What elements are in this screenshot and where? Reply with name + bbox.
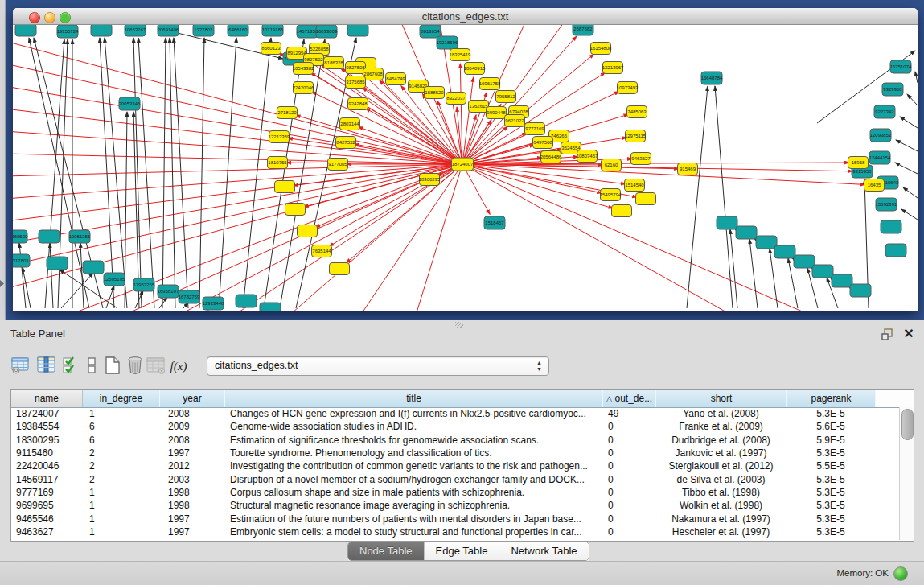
side-splitter[interactable] <box>0 0 6 320</box>
table-options-icon[interactable] <box>10 354 32 378</box>
table-cell[interactable]: 2 <box>83 447 160 459</box>
graph-node[interactable]: 18300295 <box>419 174 441 186</box>
graph-node[interactable]: 2867608 <box>363 68 384 80</box>
table-row[interactable]: 969969511998Structural magnetic resonanc… <box>11 499 899 512</box>
red-edge[interactable] <box>13 164 462 266</box>
vertical-scrollbar[interactable] <box>899 407 914 540</box>
table-cell[interactable]: Embryonic stem cells: a model to study s… <box>225 526 603 538</box>
red-edge[interactable] <box>415 164 462 311</box>
table-cell[interactable]: Stergiakouli et al. (2012) <box>656 460 787 472</box>
table-cell[interactable]: 9115460 <box>11 447 83 459</box>
close-panel-icon[interactable]: ✕ <box>901 327 916 341</box>
graph-node[interactable]: 9621022 <box>505 115 525 127</box>
tab-edge-table[interactable]: Edge Table <box>425 542 500 560</box>
graph-node[interactable]: 18640910 <box>464 63 486 75</box>
graph-node[interactable] <box>347 25 368 36</box>
graph-node[interactable]: 10653267 <box>125 25 146 36</box>
network-canvas[interactable]: 1935572410653267206914061327802646616010… <box>13 25 918 311</box>
black-edge[interactable] <box>907 94 918 105</box>
graph-node[interactable]: 15692391 <box>876 198 897 211</box>
black-edge[interactable] <box>915 72 918 83</box>
graph-node[interactable]: 8813054 <box>420 25 441 38</box>
graph-node[interactable]: 8322037 <box>446 93 466 105</box>
table-cell[interactable]: 2 <box>83 474 160 485</box>
graph-node[interactable]: 22420046 <box>293 82 314 94</box>
table-cell[interactable]: Disruption of a novel member of a sodium… <box>225 474 603 485</box>
black-edge[interactable] <box>80 243 84 308</box>
table-cell[interactable]: 0 <box>603 447 656 459</box>
red-edge[interactable] <box>462 164 737 311</box>
table-cell[interactable]: 1 <box>83 500 160 511</box>
graph-node[interactable]: 17957255 <box>133 278 155 291</box>
graph-node[interactable] <box>612 205 632 217</box>
table-cell[interactable]: 0 <box>603 500 656 511</box>
import-table-icon[interactable] <box>145 354 167 378</box>
graph-node[interactable]: 9227342 <box>874 105 895 118</box>
table-cell[interactable]: 5.3E-5 <box>787 500 876 511</box>
graph-node[interactable]: 18724007 <box>452 158 474 171</box>
table-cell[interactable]: 14569117 <box>11 474 83 485</box>
table-cell[interactable]: Dudbridge et al. (2008) <box>656 435 787 446</box>
graph-node[interactable]: 19355724 <box>57 25 79 38</box>
table-cell[interactable]: 2 <box>83 460 160 472</box>
graph-node[interactable]: 10719185 <box>262 25 284 36</box>
graph-node[interactable] <box>756 236 777 249</box>
black-edge[interactable] <box>243 38 271 308</box>
graph-node[interactable]: 20691406 <box>158 25 179 36</box>
graph-node[interactable]: 16435 <box>864 179 885 192</box>
graph-node[interactable]: 8660123 <box>261 43 281 55</box>
table-row[interactable]: 2242004622012Investigating the contribut… <box>11 459 899 472</box>
split-view-icon[interactable] <box>80 354 103 378</box>
table-cell[interactable]: 0 <box>603 487 656 498</box>
table-cell[interactable]: 9777169 <box>11 487 83 498</box>
graph-node[interactable]: 10973493 <box>617 82 639 94</box>
new-column-icon[interactable] <box>101 354 124 378</box>
graph-node[interactable]: 12093852 <box>870 129 892 142</box>
graph-node[interactable]: 16961758 <box>479 78 501 90</box>
red-edge[interactable] <box>304 164 462 207</box>
graph-node[interactable] <box>275 181 295 193</box>
red-edge[interactable] <box>174 164 462 311</box>
black-edge[interactable] <box>264 39 304 308</box>
graph-node[interactable] <box>881 220 901 233</box>
graph-node[interactable] <box>260 303 281 311</box>
graph-node[interactable]: 1362615 <box>469 101 489 113</box>
table-cell[interactable]: Franke et al. (2009) <box>656 421 787 432</box>
graph-node[interactable]: 9463627 <box>631 153 651 165</box>
table-cell[interactable]: 5.6E-5 <box>787 421 876 432</box>
graph-node[interactable]: 915469 <box>678 163 698 175</box>
table-cell[interactable]: 2012 <box>160 460 225 472</box>
graph-node[interactable]: 20564486 <box>540 151 562 163</box>
graph-node[interactable] <box>39 230 60 243</box>
table-selector-dropdown[interactable]: citations_edges.txt ▲▼ <box>207 356 549 376</box>
table-cell[interactable]: 18300295 <box>11 435 83 446</box>
red-edge[interactable] <box>13 164 462 176</box>
graph-node[interactable] <box>832 274 852 287</box>
table-cell[interactable]: 1 <box>83 408 160 419</box>
graph-node[interactable]: 7635144 <box>312 245 332 257</box>
splitter-collapse-icon[interactable] <box>0 280 4 287</box>
table-cell[interactable]: 0 <box>603 421 656 432</box>
graph-node[interactable]: 2803144 <box>340 118 360 130</box>
table-cell[interactable]: Yano et al. (2008) <box>656 408 787 419</box>
graph-node[interactable] <box>812 265 833 278</box>
graph-node[interactable]: 6466160 <box>228 25 248 36</box>
table-row[interactable]: 946362711997Embryonic stem cells: a mode… <box>11 525 899 538</box>
black-edge[interactable] <box>895 163 918 174</box>
column-visibility-icon[interactable] <box>35 354 58 378</box>
table-cell[interactable]: Wolkin et al. (1998) <box>656 500 787 511</box>
graph-node[interactable]: 7485063 <box>627 106 647 118</box>
table-cell[interactable]: 6 <box>83 421 160 432</box>
graph-node[interactable]: 2718120 <box>277 107 298 119</box>
column-header-in_degree[interactable]: in_degree <box>83 390 160 407</box>
table-cell[interactable]: 1997 <box>160 526 225 538</box>
graph-node[interactable]: 1514540 <box>625 179 645 192</box>
table-cell[interactable]: Tibbo et al. (1998) <box>656 487 787 498</box>
table-cell[interactable]: 0 <box>603 435 656 446</box>
tab-node-table[interactable]: Node Table <box>348 542 425 560</box>
graph-node[interactable]: 9177005 <box>328 159 348 171</box>
red-edge[interactable] <box>288 138 462 164</box>
table-cell[interactable]: 9699695 <box>11 500 83 511</box>
black-edge[interactable] <box>280 39 325 308</box>
graph-node[interactable]: 12505195 <box>104 273 125 286</box>
